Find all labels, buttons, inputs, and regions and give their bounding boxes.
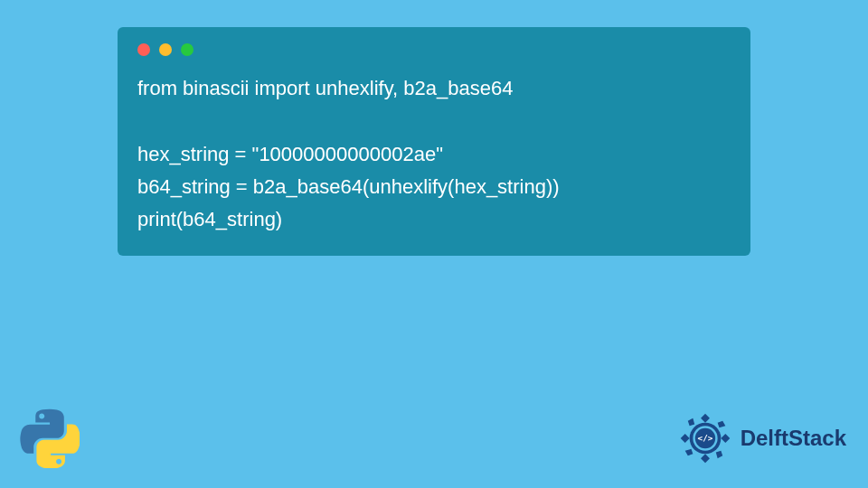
window-controls bbox=[137, 43, 731, 56]
svg-text:</>: </> bbox=[697, 433, 712, 443]
close-icon bbox=[137, 43, 150, 56]
code-block: from binascii import unhexlify, b2a_base… bbox=[118, 27, 750, 256]
maximize-icon bbox=[181, 43, 193, 56]
code-line: from binascii import unhexlify, b2a_base… bbox=[137, 77, 513, 99]
python-logo-icon bbox=[20, 408, 80, 468]
svg-marker-2 bbox=[721, 434, 730, 443]
svg-marker-5 bbox=[684, 449, 693, 455]
code-line: b64_string = b2a_base64(unhexlify(hex_st… bbox=[137, 175, 560, 198]
svg-marker-7 bbox=[687, 418, 693, 427]
svg-marker-3 bbox=[715, 451, 722, 459]
code-content: from binascii import unhexlify, b2a_base… bbox=[137, 72, 731, 236]
svg-marker-1 bbox=[717, 421, 725, 427]
svg-marker-0 bbox=[701, 414, 710, 423]
svg-marker-4 bbox=[701, 454, 710, 463]
delftstack-gear-icon: </> bbox=[677, 410, 733, 466]
code-line: hex_string = "10000000000002ae" bbox=[137, 143, 443, 165]
code-line: print(b64_string) bbox=[137, 208, 282, 230]
svg-marker-6 bbox=[680, 434, 689, 443]
delftstack-logo: </> DelftStack bbox=[677, 410, 846, 466]
minimize-icon bbox=[159, 43, 172, 56]
brand-name: DelftStack bbox=[741, 426, 846, 451]
